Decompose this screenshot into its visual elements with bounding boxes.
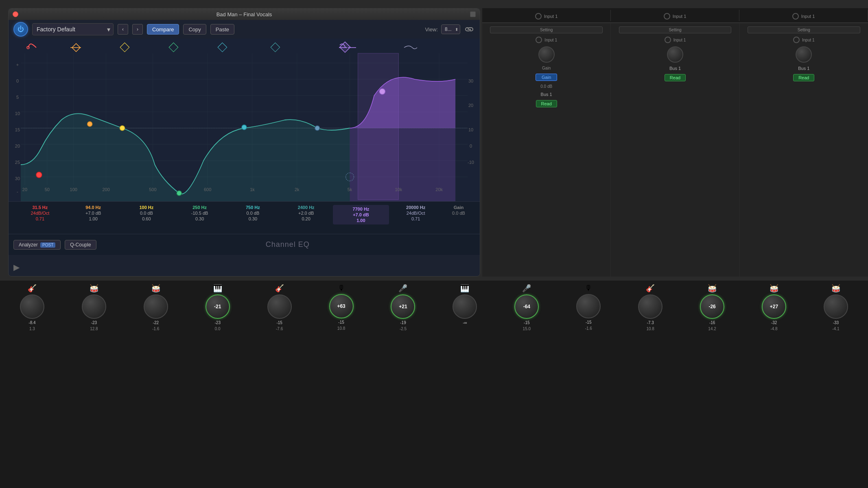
ch5-vol1: -15	[276, 320, 282, 325]
read-btn-2[interactable]: Read	[665, 74, 686, 81]
channel-10: 🎙 -15 -1.6	[558, 284, 619, 331]
strip2-input: Input 1	[673, 38, 686, 42]
svg-text:30: 30	[468, 78, 473, 83]
svg-text:10: 10	[468, 127, 473, 132]
next-preset-button[interactable]: ›	[132, 24, 143, 35]
strip1-knob[interactable]	[538, 46, 555, 63]
paste-button[interactable]: Paste	[210, 24, 234, 35]
input-dot-3	[793, 37, 800, 43]
ch10-knob[interactable]	[576, 294, 601, 318]
band8-gain: 24dB/Oct	[407, 211, 425, 216]
band7-q: 1.00	[356, 218, 365, 223]
ch7-knob[interactable]: +21	[391, 294, 415, 319]
collapse-button[interactable]	[470, 11, 476, 17]
svg-point-32	[315, 126, 320, 131]
channel-6: 🎙 +63 -15 10.8	[311, 284, 372, 331]
svg-text:20: 20	[468, 103, 473, 108]
strip3-input: Input 1	[802, 38, 815, 42]
ch1-knob[interactable]	[20, 294, 44, 319]
channel-14: 🥁 -33 -4.1	[805, 284, 866, 331]
ch11-vol1: -7.3	[647, 320, 654, 325]
ch4-knob-label: -21	[214, 304, 221, 309]
channel-11: 🎸 -7.3 10.8	[620, 284, 681, 331]
channel-8: 🎹 -∞	[434, 284, 495, 325]
setting-btn-3[interactable]: Setting	[748, 26, 860, 33]
input-dot-1	[536, 37, 542, 43]
read-btn-1[interactable]: Read	[536, 100, 557, 107]
ch9-knob[interactable]: -64	[514, 294, 539, 319]
strip2-knob[interactable]	[667, 46, 683, 63]
band-params: 31.5 Hz 24dB/Oct 0.71 94.0 Hz +7.0 dB 1.…	[9, 201, 480, 234]
strip3-knob[interactable]	[796, 46, 812, 63]
analyzer-button[interactable]: Analyzer POST	[13, 240, 61, 250]
ch6-vol1: -15	[338, 320, 344, 325]
ch3-vol1: -22	[153, 320, 159, 325]
gain-value: 0.0 dB	[452, 211, 465, 216]
svg-text:0: 0	[470, 144, 472, 148]
ch13-vol1: -32	[771, 320, 777, 325]
prev-preset-button[interactable]: ‹	[118, 24, 128, 35]
gain-btn-1[interactable]: Gain	[536, 74, 557, 81]
band6-gain: +2.0 dB	[298, 211, 314, 216]
link-icon	[465, 26, 474, 33]
svg-text:600: 600	[204, 187, 211, 192]
band1-gain: 24dB/Oct	[31, 211, 49, 216]
ch14-knob[interactable]	[824, 294, 848, 319]
ch8-knob[interactable]	[453, 294, 477, 319]
svg-text:200: 200	[102, 187, 109, 192]
ch3-icon: 🥁	[151, 284, 160, 293]
copy-button[interactable]: Copy	[183, 24, 206, 35]
band1-params: 31.5 Hz 24dB/Oct 0.71	[13, 205, 67, 221]
link-button[interactable]	[464, 24, 475, 35]
strip1-input: Input 1	[544, 38, 557, 42]
q-couple-button[interactable]: Q-Couple	[65, 240, 96, 250]
svg-text:20: 20	[22, 187, 27, 192]
svg-point-29	[120, 126, 125, 131]
ch4-vol2: 0.0	[215, 327, 221, 331]
bus-label-1: Bus 1	[541, 92, 552, 97]
ch4-knob[interactable]: -21	[206, 294, 230, 319]
svg-text:100: 100	[70, 187, 77, 192]
gain-label-1: Gain	[542, 66, 551, 70]
read-btn-3[interactable]: Read	[793, 74, 814, 81]
ch4-vol1: -23	[215, 320, 221, 325]
band4-q: 0.30	[195, 216, 204, 221]
svg-text:20k: 20k	[435, 187, 443, 192]
setting-btn-2[interactable]: Setting	[619, 26, 732, 33]
ch12-knob[interactable]: -26	[700, 294, 724, 319]
channel-3: 🥁 -22 -1.6	[125, 284, 186, 331]
ch14-icon: 🥁	[831, 284, 840, 293]
close-button[interactable]	[13, 11, 18, 17]
bottom-bar: Analyzer POST Q-Couple Channel EQ	[9, 234, 480, 255]
band5-params: 750 Hz 0.0 dB 0.30	[226, 205, 280, 221]
play-button[interactable]: ▶	[13, 262, 20, 272]
ch6-knob[interactable]: +63	[329, 294, 354, 318]
view-dropdown[interactable]: 8...	[441, 24, 460, 34]
top-controls: ⏻ Factory Default ‹ › Compare Copy Paste…	[9, 20, 480, 39]
ch13-knob[interactable]: +27	[762, 294, 786, 319]
band8-q: 0.71	[411, 216, 420, 221]
band4-gain: -10.5 dB	[191, 211, 208, 216]
ch8-icon: 🎹	[460, 284, 469, 293]
preset-dropdown[interactable]: Factory Default	[32, 23, 114, 35]
ch1-vol2: 1.3	[29, 327, 35, 331]
post-badge: POST	[40, 242, 55, 248]
ch5-knob[interactable]	[267, 294, 292, 319]
band5-q: 0.30	[249, 216, 257, 221]
svg-text:10k: 10k	[395, 187, 402, 192]
compare-button[interactable]: Compare	[147, 24, 179, 35]
ch5-icon: 🎸	[275, 284, 284, 293]
channel-13: 🥁 +27 -32 -4.8	[743, 284, 805, 331]
band8-freq: 20000 Hz	[406, 205, 425, 210]
ch3-knob[interactable]	[144, 294, 168, 319]
ch11-vol2: 10.8	[646, 327, 654, 331]
band5-freq: 750 Hz	[246, 205, 260, 210]
ch2-knob[interactable]	[82, 294, 106, 319]
svg-text:5: 5	[16, 95, 19, 100]
ch11-knob[interactable]	[638, 294, 662, 319]
ch13-icon: 🥁	[770, 284, 778, 293]
gain-label: Gain	[454, 205, 464, 210]
power-button[interactable]: ⏻	[13, 22, 28, 37]
setting-btn-1[interactable]: Setting	[490, 26, 603, 33]
bus-label-3: Bus 1	[798, 66, 809, 71]
